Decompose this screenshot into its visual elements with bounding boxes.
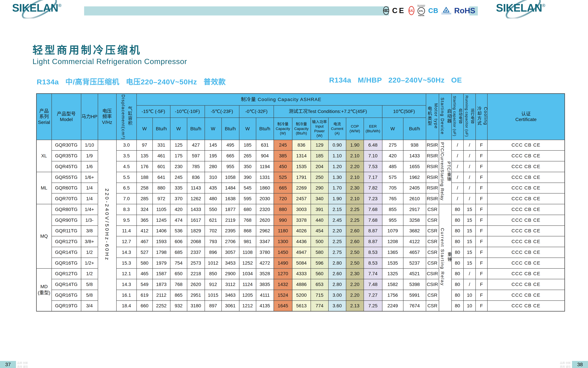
cell-b0: 4111 xyxy=(256,290,274,301)
cell-rcap: / xyxy=(464,193,476,204)
cell-b50: 5991 xyxy=(403,290,426,301)
starting-device-label: 启动器 Starting Device xyxy=(439,94,452,138)
cell-starting-device-text: 重锤 Current Starting Relay xyxy=(439,207,452,307)
cell-starting-device: 重锤 Current Starting Relay xyxy=(439,204,452,311)
col-header-hp: 马力HP xyxy=(81,94,98,140)
cell-current: 3.00 xyxy=(328,290,346,301)
cell-cap_btu: 1791 xyxy=(292,172,311,183)
cell-b5: 2395 xyxy=(222,226,239,236)
cell-input: 340 xyxy=(311,193,328,204)
cell-cop: 2.25 xyxy=(346,204,364,215)
cell-b5: 3061 xyxy=(222,301,239,311)
cell-eer: 8.53 xyxy=(364,247,382,258)
cell-cert: CCC CB CE xyxy=(487,183,565,193)
cell-b0: 2320 xyxy=(256,204,274,215)
cell-cop: 2.50 xyxy=(346,258,364,268)
cell-w0: 1252 xyxy=(239,258,256,268)
cell-cert: CCC CB CE xyxy=(487,279,565,290)
cell-input: 715 xyxy=(311,290,328,301)
cell-disp: 7.0 xyxy=(116,193,137,204)
cell-w10: 650 xyxy=(170,268,187,279)
cell-b10: 1262 xyxy=(187,193,205,204)
cell-eer: 7.82 xyxy=(364,183,382,193)
motor-type-label: 电机类型 Motor type xyxy=(426,94,439,138)
cell-current: 2.75 xyxy=(328,247,346,258)
cell-motor: RSIR xyxy=(426,150,439,161)
cell-starting-device: PTC/重锤 PTC/CurrentStarting Relay xyxy=(439,140,452,204)
cell-cap_btu: 5613 xyxy=(292,301,311,311)
cell-scap: 80 xyxy=(452,258,464,268)
cell-w0: 680 xyxy=(239,204,256,215)
cell-w10: 685 xyxy=(170,247,187,258)
cell-cap_btu: 2457 xyxy=(292,193,311,204)
cell-rcap: / xyxy=(464,183,476,193)
cell-model: GQR90TG xyxy=(52,215,81,226)
cell-w50: 1079 xyxy=(382,226,403,236)
cell-cop: 2.30 xyxy=(346,268,364,279)
unit-header-cop: COP (W/W) xyxy=(346,118,364,140)
cell-w15: 660 xyxy=(137,301,152,311)
cell-w5: 896 xyxy=(205,247,222,258)
cell-b10: 2068 xyxy=(187,236,205,247)
cell-b10: 3180 xyxy=(187,301,205,311)
cell-b15: 1593 xyxy=(152,236,170,247)
cell-disp: 8.3 xyxy=(116,204,137,215)
cell-cert: CCC CB CE xyxy=(487,172,565,183)
cell-model: GQR14TG xyxy=(52,279,81,290)
cell-model: GQR12TG xyxy=(52,268,81,279)
cell-b50: 938 xyxy=(403,140,426,151)
cell-rcap: 15 xyxy=(464,236,476,247)
cell-cool: F xyxy=(476,161,487,172)
cell-cop: 2.20 xyxy=(346,161,364,172)
cell-b10: 2573 xyxy=(187,258,205,268)
temp-group-minus0: -0℃(-32F) xyxy=(239,105,274,118)
cell-cool: F xyxy=(476,268,487,279)
displacement-label: 气缸容积 Displacement(cm³) xyxy=(120,94,133,138)
cell-scap: 80 xyxy=(452,236,464,247)
cell-scap: 80 xyxy=(452,247,464,258)
cell-b5: 495 xyxy=(222,140,239,151)
cell-eer: 7.74 xyxy=(364,268,382,279)
cell-w5: 195 xyxy=(205,150,222,161)
cell-input: 580 xyxy=(311,247,328,258)
cell-starting-device-text: PTC/重锤 PTC/CurrentStarting Relay xyxy=(439,141,452,202)
cell-input: 454 xyxy=(311,226,328,236)
cell-motor: RSIR xyxy=(426,161,439,172)
cell-cop: 2.10 xyxy=(346,172,364,183)
cell-cap_btu: 4886 xyxy=(292,279,311,290)
cell-cap_btu: 3378 xyxy=(292,215,311,226)
cell-cool: F xyxy=(476,172,487,183)
cell-hp: 1/9 xyxy=(81,150,98,161)
cell-cap_btu: 4026 xyxy=(292,226,311,236)
cell-b10: 1617 xyxy=(187,215,205,226)
cell-w5: 435 xyxy=(205,183,222,193)
cell-w15: 365 xyxy=(137,215,152,226)
cell-cool: F xyxy=(476,140,487,151)
cell-w50: 705 xyxy=(382,183,403,193)
cell-current: 1.90 xyxy=(328,193,346,204)
cell-rcap: / xyxy=(464,150,476,161)
cell-eer: 7.10 xyxy=(364,150,382,161)
cell-b0: 904 xyxy=(256,150,274,161)
cell-b15: 601 xyxy=(152,161,170,172)
cell-w50: 765 xyxy=(382,193,403,204)
cell-w5: 621 xyxy=(205,215,222,226)
cell-input: 440 xyxy=(311,215,328,226)
cell-eer: 7.48 xyxy=(364,279,382,290)
cell-model: GQR12TG xyxy=(52,236,81,247)
cell-b0: 1194 xyxy=(256,161,274,172)
cell-rcap: 10 xyxy=(464,290,476,301)
cell-disp: 6.5 xyxy=(116,183,137,193)
cell-b0: 631 xyxy=(256,140,274,151)
registered-mark: ® xyxy=(542,3,545,8)
cell-w0: 1212 xyxy=(239,301,256,311)
cell-cap_btu: 1535 xyxy=(292,161,311,172)
cell-model: GQR70TG xyxy=(52,193,81,204)
cell-cert: CCC CB CE xyxy=(487,290,565,301)
cell-scap: / xyxy=(452,183,464,193)
cell-b50: 2610 xyxy=(403,193,426,204)
cell-w15: 580 xyxy=(137,258,152,268)
cell-cop: 2.25 xyxy=(346,215,364,226)
temp-group-minus5: -5℃(-23F) xyxy=(205,105,239,118)
tuv-icon: TÜVRheinland xyxy=(441,7,451,14)
